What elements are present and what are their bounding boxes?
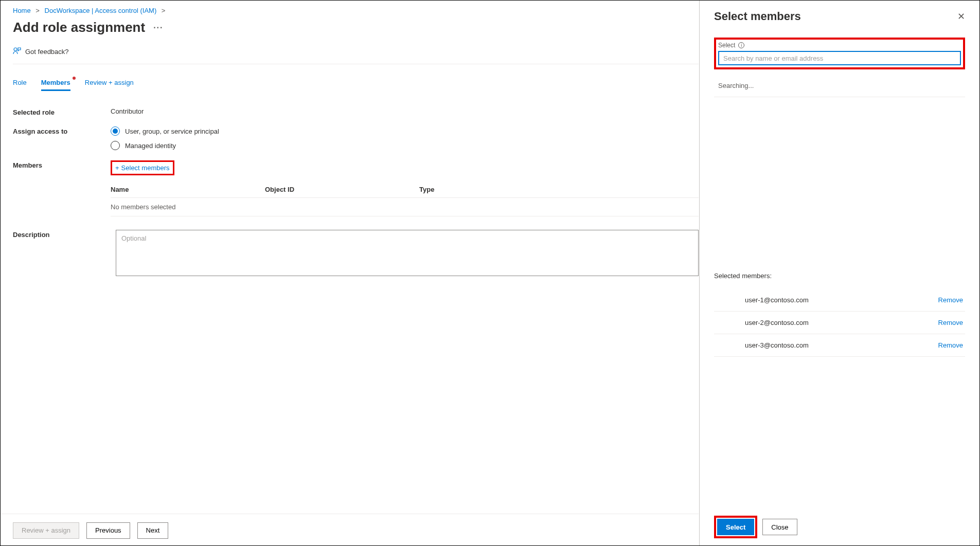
selected-member-item: user-1@contoso.com Remove (714, 289, 965, 312)
previous-button[interactable]: Previous (86, 522, 130, 539)
col-name: Name (111, 186, 265, 193)
tab-role[interactable]: Role (13, 79, 27, 91)
assign-access-label: Assign access to (13, 126, 111, 135)
searching-status: Searching... (714, 75, 965, 97)
select-label: Select (718, 42, 735, 49)
remove-member-link[interactable]: Remove (938, 296, 963, 304)
search-highlight: Select i (714, 38, 965, 69)
radio-user-group-sp[interactable]: User, group, or service principal (111, 126, 699, 136)
select-members-label: Select members (121, 164, 170, 172)
close-button[interactable]: Close (762, 519, 797, 535)
tabs: Role Members Review + assign (13, 79, 699, 91)
next-button[interactable]: Next (137, 522, 169, 539)
panel-header: Select members ✕ (714, 10, 965, 23)
assign-access-radio-group: User, group, or service principal Manage… (111, 126, 699, 150)
panel-footer: Select Close (714, 516, 797, 538)
col-object-id: Object ID (265, 186, 419, 193)
selected-role-value: Contributor (111, 107, 699, 115)
chevron-right-icon: > (35, 7, 40, 14)
info-icon[interactable]: i (738, 42, 744, 48)
selected-members-list: user-1@contoso.com Remove user-2@contoso… (714, 289, 965, 357)
page-title-row: Add role assignment ··· (13, 20, 699, 35)
table-header: Name Object ID Type (111, 186, 699, 198)
tab-members-label: Members (41, 79, 70, 86)
chevron-right-icon: > (162, 7, 166, 14)
breadcrumb-scope[interactable]: DocWorkspace | Access control (IAM) (45, 7, 157, 14)
review-assign-button: Review + assign (13, 522, 79, 539)
plus-icon: + (115, 164, 119, 172)
selected-role-label: Selected role (13, 107, 111, 116)
feedback-link[interactable]: Got feedback? (13, 47, 699, 64)
close-icon[interactable]: ✕ (957, 11, 965, 22)
row-selected-role: Selected role Contributor (13, 107, 699, 116)
page-title: Add role assignment (13, 20, 145, 35)
search-input[interactable] (718, 51, 961, 65)
remove-member-link[interactable]: Remove (938, 341, 963, 349)
row-description: Description (13, 230, 699, 276)
panel-title: Select members (714, 10, 801, 23)
tab-review[interactable]: Review + assign (85, 79, 134, 91)
table-empty-message: No members selected (111, 198, 699, 216)
select-members-link[interactable]: + Select members (112, 162, 173, 174)
select-button-highlight: Select (714, 516, 757, 538)
description-label: Description (13, 230, 111, 239)
remove-member-link[interactable]: Remove (938, 319, 963, 326)
footer-bar: Review + assign Previous Next (1, 514, 699, 546)
members-label: Members (13, 160, 111, 169)
member-name: user-2@contoso.com (745, 319, 809, 326)
selected-members-heading: Selected members: (714, 272, 965, 280)
tab-members[interactable]: Members (41, 79, 70, 91)
select-button[interactable]: Select (717, 519, 754, 535)
radio-icon (111, 126, 120, 136)
tab-indicator-dot (73, 77, 76, 80)
breadcrumb: Home > DocWorkspace | Access control (IA… (13, 7, 699, 14)
radio-label: User, group, or service principal (125, 128, 219, 135)
radio-managed-identity[interactable]: Managed identity (111, 141, 699, 150)
member-name: user-3@contoso.com (745, 341, 809, 349)
member-name: user-1@contoso.com (745, 296, 809, 304)
radio-label: Managed identity (125, 142, 176, 150)
row-members: Members + Select members (13, 160, 699, 175)
selected-member-item: user-2@contoso.com Remove (714, 312, 965, 334)
description-input[interactable] (116, 230, 699, 276)
selected-members-section: Selected members: user-1@contoso.com Rem… (714, 272, 965, 357)
col-type: Type (419, 186, 699, 193)
svg-point-0 (14, 48, 17, 51)
more-icon[interactable]: ··· (153, 23, 163, 32)
feedback-icon (13, 47, 21, 57)
selected-member-item: user-3@contoso.com Remove (714, 334, 965, 357)
breadcrumb-home[interactable]: Home (13, 7, 31, 14)
members-table: Name Object ID Type No members selected (111, 186, 699, 216)
radio-icon (111, 141, 120, 150)
feedback-label: Got feedback? (25, 48, 69, 56)
row-assign-access: Assign access to User, group, or service… (13, 126, 699, 150)
select-members-panel: Select members ✕ Select i Searching... S… (699, 1, 979, 546)
select-label-row: Select i (718, 42, 961, 49)
main-content: Home > DocWorkspace | Access control (IA… (1, 1, 699, 546)
select-field-row: Select i (718, 42, 961, 65)
form-area: Selected role Contributor Assign access … (13, 107, 699, 276)
